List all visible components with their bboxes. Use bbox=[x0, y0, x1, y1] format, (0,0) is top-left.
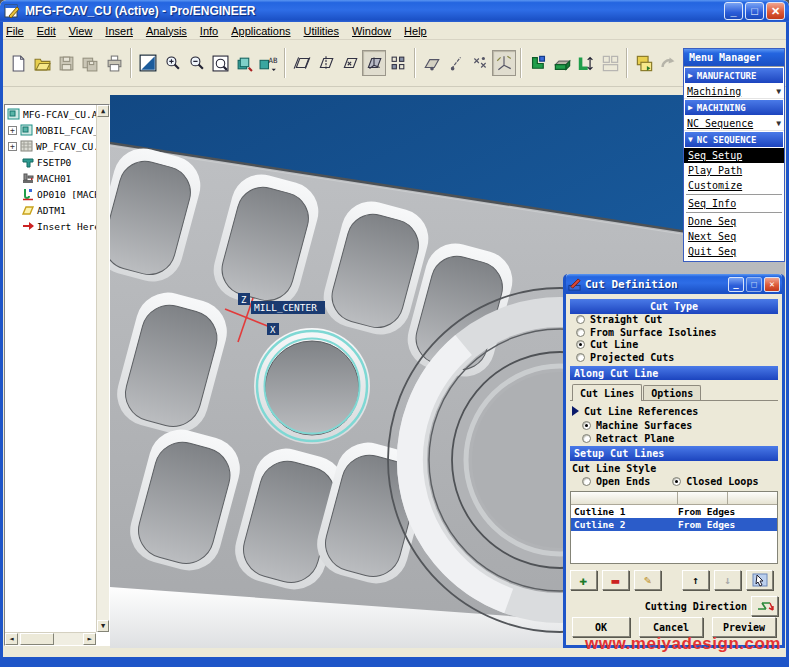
workpiece-button[interactable] bbox=[550, 50, 574, 76]
zoom-out-button[interactable] bbox=[184, 50, 208, 76]
menu-edit[interactable]: Edit bbox=[37, 25, 56, 37]
menu-item-next-seq[interactable]: Next Seq bbox=[684, 229, 784, 244]
highlighted-cut-line[interactable] bbox=[254, 328, 370, 444]
edit-cutline-button[interactable]: ✎ bbox=[634, 570, 661, 590]
cut-line-references[interactable]: Cut Line References bbox=[572, 404, 778, 419]
datum-plane-display-button[interactable] bbox=[290, 50, 314, 76]
remove-cutline-button[interactable]: ▬ bbox=[602, 570, 629, 590]
new-file-button[interactable] bbox=[6, 50, 30, 76]
tree-item-fsetp0[interactable]: FSETP0 bbox=[6, 154, 96, 170]
tab-cut-lines[interactable]: Cut Lines bbox=[572, 384, 642, 400]
move-down-button[interactable]: ↓ bbox=[714, 570, 741, 590]
redo-button[interactable] bbox=[656, 50, 680, 76]
sim-grid-button[interactable] bbox=[598, 50, 622, 76]
menu-item-seq-info[interactable]: Seq Info bbox=[684, 196, 784, 211]
menu-analysis[interactable]: Analysis bbox=[146, 25, 187, 37]
radio-icon-closed-loops[interactable] bbox=[672, 477, 681, 486]
expand-icon[interactable]: + bbox=[8, 126, 17, 135]
menu-info[interactable]: Info bbox=[200, 25, 218, 37]
tree-item-adtm1[interactable]: ADTM1 bbox=[6, 202, 96, 218]
datum-point-tool-button[interactable] bbox=[468, 50, 492, 76]
close-button[interactable]: ✕ bbox=[766, 2, 785, 20]
menu-utilities[interactable]: Utilities bbox=[304, 25, 339, 37]
column-header[interactable] bbox=[678, 492, 727, 505]
saved-views-button[interactable]: AB bbox=[256, 50, 280, 76]
menu-window[interactable]: Window bbox=[352, 25, 391, 37]
menu-applications[interactable]: Applications bbox=[231, 25, 290, 37]
radio-icon-open-ends[interactable] bbox=[582, 477, 591, 486]
open-file-button[interactable] bbox=[30, 50, 54, 76]
menu-insert[interactable]: Insert bbox=[105, 25, 133, 37]
menu-manager-header-manufacture[interactable]: ▶MANUFACTURE bbox=[685, 68, 783, 83]
spin-center-button[interactable] bbox=[386, 50, 410, 76]
radio-cut-line[interactable]: Cut Line bbox=[576, 339, 778, 352]
repaint-button[interactable] bbox=[136, 50, 160, 76]
cutting-direction-button[interactable] bbox=[751, 596, 778, 616]
dialog-close-button[interactable]: ✕ bbox=[764, 277, 780, 292]
menu-file[interactable]: File bbox=[6, 25, 24, 37]
mfg-dimension-button[interactable] bbox=[574, 50, 598, 76]
menu-manager-header-machining[interactable]: ▶MACHINING bbox=[685, 100, 783, 115]
menu-item-customize[interactable]: Customize bbox=[684, 178, 784, 193]
tree-item-mach01[interactable]: MACH01 bbox=[6, 170, 96, 186]
scroll-up-icon[interactable]: ▲ bbox=[97, 105, 109, 117]
add-cutline-button[interactable]: ✚ bbox=[570, 570, 597, 590]
tree-item-op010[interactable]: OP010 [MACH0 bbox=[6, 186, 96, 202]
nc-sequence-button[interactable] bbox=[526, 50, 550, 76]
tree-item-mobil[interactable]: + MOBIL_FCAV_C bbox=[6, 122, 96, 138]
menu-item-done-seq[interactable]: Done Seq bbox=[684, 214, 784, 229]
tree-horizontal-scrollbar[interactable]: ◄ ► bbox=[5, 632, 96, 645]
scroll-down-icon[interactable]: ▼ bbox=[97, 620, 109, 632]
save-as-button[interactable] bbox=[78, 50, 102, 76]
chevron-down-icon: ▼ bbox=[776, 87, 781, 96]
menu-manager-header-nc-sequence[interactable]: ▼NC SEQUENCE bbox=[685, 132, 783, 147]
dialog-title-bar[interactable]: Cut Definition _ □ ✕ bbox=[566, 274, 782, 294]
csys-display-button[interactable] bbox=[362, 50, 386, 76]
menu-view[interactable]: View bbox=[69, 25, 93, 37]
cutline-row-1[interactable]: Cutline 1 From Edges bbox=[571, 505, 777, 518]
tab-options[interactable]: Options bbox=[643, 385, 701, 399]
expand-icon[interactable]: + bbox=[8, 142, 17, 151]
dialog-minimize-button[interactable]: _ bbox=[728, 277, 744, 292]
scroll-left-icon[interactable]: ◄ bbox=[5, 633, 18, 645]
tree-vertical-scrollbar[interactable]: ▲ ▼ bbox=[96, 105, 109, 632]
menu-help[interactable]: Help bbox=[404, 25, 427, 37]
datum-axis-tool-button[interactable] bbox=[444, 50, 468, 76]
tree-item-assembly[interactable]: MFG-FCAV_CU.ASM bbox=[6, 106, 96, 122]
save-button[interactable] bbox=[54, 50, 78, 76]
maximize-button[interactable]: □ bbox=[745, 2, 764, 20]
column-header[interactable] bbox=[728, 492, 777, 505]
radio-machine-surfaces[interactable]: Machine Surfaces bbox=[582, 419, 778, 432]
model-tree-toggle-button[interactable] bbox=[632, 50, 656, 76]
radio-straight-cut[interactable]: Straight Cut bbox=[576, 314, 778, 327]
menu-item-quit-seq[interactable]: Quit Seq bbox=[684, 244, 784, 259]
print-button[interactable] bbox=[102, 50, 126, 76]
menu-manager-dropdown-nc-sequence[interactable]: NC Sequence▼ bbox=[684, 116, 784, 131]
zoom-fit-button[interactable] bbox=[208, 50, 232, 76]
menu-manager-title[interactable]: Menu Manager bbox=[684, 49, 784, 66]
datum-point-display-button[interactable] bbox=[338, 50, 362, 76]
dialog-maximize-button[interactable]: □ bbox=[746, 277, 762, 292]
radio-projected-cuts[interactable]: Projected Cuts bbox=[576, 351, 778, 364]
title-bar[interactable]: MFG-FCAV_CU (Active) - Pro/ENGINEER _ □ … bbox=[0, 0, 789, 22]
tree-item-insert-here[interactable]: Insert Here bbox=[6, 218, 96, 234]
menu-item-seq-setup[interactable]: Seq Setup bbox=[684, 148, 784, 163]
scroll-right-icon[interactable]: ► bbox=[83, 633, 96, 645]
csys-tool-button[interactable] bbox=[492, 50, 516, 76]
tree-item-workpiece[interactable]: + WP_FCAV_CU.P bbox=[6, 138, 96, 154]
zoom-in-button[interactable] bbox=[160, 50, 184, 76]
datum-axis-display-button[interactable] bbox=[314, 50, 338, 76]
menu-manager-dropdown-machining[interactable]: Machining▼ bbox=[684, 84, 784, 99]
scroll-thumb[interactable] bbox=[20, 633, 54, 645]
move-up-button[interactable]: ↑ bbox=[682, 570, 709, 590]
menu-item-play-path[interactable]: Play Path bbox=[684, 163, 784, 178]
select-cutline-button[interactable] bbox=[746, 570, 773, 590]
cutline-row-2[interactable]: Cutline 2 From Edges bbox=[571, 518, 777, 531]
minimize-button[interactable]: _ bbox=[724, 2, 743, 20]
orient-view-button[interactable] bbox=[232, 50, 256, 76]
radio-from-surface-isolines[interactable]: From Surface Isolines bbox=[576, 326, 778, 339]
column-header[interactable] bbox=[571, 492, 678, 505]
radio-retract-plane[interactable]: Retract Plane bbox=[582, 432, 778, 445]
datum-plane-tool-button[interactable] bbox=[420, 50, 444, 76]
cutline-list[interactable]: Cutline 1 From Edges Cutline 2 From Edge… bbox=[570, 491, 778, 565]
